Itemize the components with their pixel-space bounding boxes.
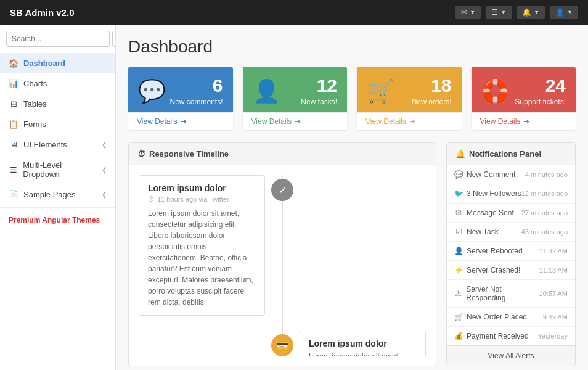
notif-label-1: 3 New Followers (467, 189, 521, 198)
list-btn[interactable]: ☰ ▼ (486, 6, 512, 19)
notif-label-5: Server Crashed! (467, 266, 520, 274)
stat-card-tasks-info: 12 New tasks! (301, 76, 337, 106)
sidebar-item-multi-level[interactable]: ☰ Multi-Level Dropdown ❮ (0, 155, 115, 184)
notif-left-6: ⚠ Server Not Responding (454, 285, 539, 302)
topnav: SB Admin v2.0 ✉ ▼ ☰ ▼ 🔔 ▼ 👤 ▼ (0, 0, 588, 25)
notif-label-0: New Comment (467, 170, 515, 179)
stat-card-support-bottom: View Details ➜ (472, 112, 576, 130)
page-title: Dashboard (128, 37, 576, 57)
user-btn[interactable]: 👤 ▼ (550, 6, 578, 19)
comments-label: New comments! (169, 97, 223, 106)
timeline-item-1: Lorem ipsum dolor ⏱ 11 hours ago via Twi… (139, 175, 265, 316)
notif-left-1: 🐦 3 New Followers (454, 189, 521, 198)
search-wrap: 🔍 (0, 25, 115, 53)
notif-time-3: 43 minutes ago (521, 228, 568, 236)
timeline-item-2-title: Lorem ipsum dolor (309, 339, 417, 348)
sidebar-divider (0, 207, 115, 208)
stat-card-orders-info: 18 New orders! (412, 76, 452, 106)
notif-left-7: 🛒 New Order Placed (454, 313, 527, 321)
notif-icon-7: 🛒 (454, 313, 463, 321)
notif-left-3: ☑ New Task (454, 228, 499, 236)
notif-label-4: Server Rebooted (467, 247, 523, 255)
comments-icon: 💬 (138, 78, 166, 104)
view-all-alerts[interactable]: View All Alerts (447, 345, 575, 366)
arrow-right-icon: ➜ (181, 117, 187, 126)
sidebar-item-tables[interactable]: ⊞ Tables (0, 94, 115, 114)
stat-card-orders: 🛒 18 New orders! View Details ➜ (357, 67, 462, 130)
notifications-panel: 🔔 Notifications Panel 💬 New Comment 4 mi… (446, 142, 576, 366)
notif-item-3: ☑ New Task 43 minutes ago (447, 223, 575, 242)
notifications-list: 💬 New Comment 4 minutes ago 🐦 3 New Foll… (447, 165, 575, 345)
stat-card-tasks-bottom: View Details ➜ (243, 112, 348, 130)
timeline-item-2: Lorem ipsum dolor Lorem ipsum dolor sit … (300, 331, 426, 356)
sidebar-nav: 🏠 Dashboard 📊 Charts ⊞ Tables 📋 (0, 53, 115, 205)
notif-icon-0: 💬 (454, 170, 463, 179)
stat-card-support: 🛟 24 Support tickets! View Details ➜ (472, 67, 576, 130)
mail-btn[interactable]: ✉ ▼ (455, 6, 481, 19)
sidebar-item-ui-elements[interactable]: 🖥 UI Elements ❮ (0, 134, 115, 155)
charts-icon: 📊 (9, 79, 18, 88)
notif-item-5: ⚡ Server Crashed! 11:13 AM (447, 261, 575, 280)
notif-icon-5: ⚡ (454, 266, 463, 274)
sidebar-item-charts[interactable]: 📊 Charts (0, 73, 115, 94)
timeline-body: Lorem ipsum dolor ⏱ 11 hours ago via Twi… (129, 165, 436, 356)
menu-icon: ☰ (9, 165, 18, 175)
orders-label: New orders! (412, 97, 452, 106)
notif-time-8: Yesterday (537, 332, 568, 340)
ui-icon: 🖥 (9, 140, 18, 149)
stat-card-support-top: 🛟 24 Support tickets! (472, 67, 576, 112)
timeline-header: ⏱ Responsive Timeline (129, 143, 436, 165)
support-number: 24 (515, 76, 566, 95)
support-link[interactable]: View Details ➜ (480, 117, 530, 126)
notif-time-5: 11:13 AM (539, 266, 568, 274)
sidebar-item-forms[interactable]: 📋 Forms (0, 114, 115, 134)
topnav-actions: ✉ ▼ ☰ ▼ 🔔 ▼ 👤 ▼ (455, 6, 578, 19)
notif-time-1: 12 minutes ago (521, 190, 568, 197)
notif-label-8: Payment Received (467, 332, 529, 340)
sidebar-item-dashboard[interactable]: 🏠 Dashboard (0, 53, 115, 73)
notif-time-6: 10:57 AM (539, 290, 568, 297)
tasks-link[interactable]: View Details ➜ (251, 117, 301, 126)
notif-item-2: ✉ Message Sent 27 minutes ago (447, 204, 575, 223)
tables-icon: ⊞ (9, 99, 18, 109)
arrow-right-icon-4: ➜ (523, 117, 529, 126)
bottom-row: ⏱ Responsive Timeline Lorem ipsum dolor … (128, 142, 576, 366)
timeline-title: Responsive Timeline (149, 149, 229, 158)
arrow-right-icon-3: ➜ (409, 117, 415, 126)
arrow-right-icon-2: ➜ (295, 117, 301, 126)
clock-icon: ⏱ (137, 149, 145, 158)
notif-left-4: 👤 Server Rebooted (454, 247, 523, 255)
bell-panel-icon: 🔔 (455, 149, 465, 158)
dashboard-icon: 🏠 (9, 59, 18, 68)
forms-icon: 📋 (9, 120, 18, 129)
notif-time-2: 27 minutes ago (521, 209, 568, 216)
notif-icon-1: 🐦 (454, 189, 463, 198)
tasks-icon: 👤 (253, 78, 280, 104)
timeline-item-1-title: Lorem ipsum dolor (148, 183, 256, 193)
notif-icon-6: ⚠ (454, 289, 462, 298)
timeline-panel: ⏱ Responsive Timeline Lorem ipsum dolor … (128, 142, 436, 366)
stat-card-support-info: 24 Support tickets! (515, 76, 566, 106)
sidebar: 🔍 🏠 Dashboard 📊 Charts ⊞ Tables (0, 25, 116, 370)
orders-link[interactable]: View Details ➜ (365, 117, 415, 126)
notif-icon-2: ✉ (454, 208, 463, 217)
notif-icon-3: ☑ (454, 228, 463, 236)
stat-card-orders-bottom: View Details ➜ (357, 112, 462, 130)
support-label: Support tickets! (515, 97, 566, 106)
notif-item-1: 🐦 3 New Followers 12 minutes ago (447, 184, 575, 204)
orders-icon: 🛒 (367, 78, 394, 104)
layout: 🔍 🏠 Dashboard 📊 Charts ⊞ Tables (0, 25, 588, 370)
stat-card-comments-bottom: View Details ➜ (128, 112, 233, 130)
notif-item-8: 💰 Payment Received Yesterday (447, 327, 575, 345)
notifications-title: Notifications Panel (469, 149, 541, 158)
sidebar-item-sample-pages[interactable]: 📄 Sample Pages ❮ (0, 184, 115, 205)
search-input[interactable] (6, 31, 110, 47)
premium-link[interactable]: Premium Angular Themes (0, 210, 115, 230)
comments-link[interactable]: View Details ➜ (137, 117, 187, 126)
timeline-item-2-body: Lorem ipsum dolor sit amet, consectetur … (309, 351, 417, 356)
notif-icon-4: 👤 (454, 247, 463, 255)
brand-title: SB Admin v2.0 (10, 7, 74, 18)
bell-btn[interactable]: 🔔 ▼ (517, 6, 545, 19)
notif-item-0: 💬 New Comment 4 minutes ago (447, 165, 575, 184)
comments-number: 6 (169, 76, 223, 95)
